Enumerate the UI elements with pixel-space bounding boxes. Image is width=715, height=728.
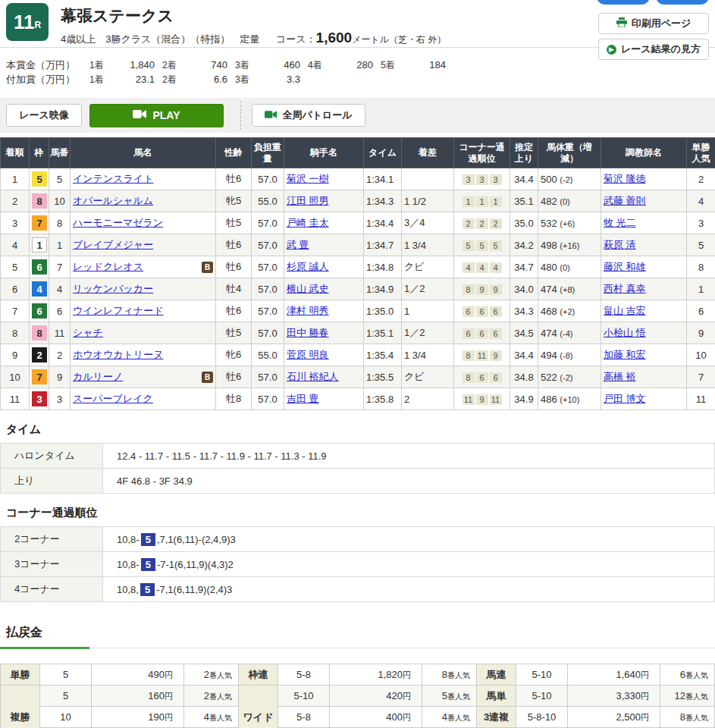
- corner-position-box: 11: [476, 350, 488, 361]
- column-header: 着順: [1, 138, 30, 168]
- horse-name-link[interactable]: オパールシャルム: [73, 194, 153, 208]
- frame-cell: 6: [30, 256, 49, 278]
- result-guide-label: レース結果の見方: [621, 42, 701, 56]
- jockey-link[interactable]: 津村 明秀: [287, 305, 329, 316]
- race-results-table: 着順枠馬番馬名性齢負担重量騎手名タイム着差コーナー通過順位推定上り馬体重（増減）…: [0, 137, 715, 410]
- payout-amount: 2,500円: [568, 707, 660, 728]
- horse-weight: 474 (-4): [538, 322, 601, 344]
- bet-combination: 10: [40, 707, 92, 728]
- patrol-camera-icon: [265, 110, 277, 121]
- course-label: コース：: [276, 33, 316, 45]
- jockey-cell: 横山 武史: [284, 278, 364, 300]
- course-suffix: メートル（芝・右 外）: [352, 34, 446, 45]
- horse-weight: 482 (0): [538, 190, 601, 212]
- trainer-link[interactable]: 萩原 清: [604, 239, 636, 250]
- horse-weight: 522 (-2): [538, 366, 601, 388]
- jockey-cell: 武 豊: [284, 234, 364, 256]
- lap-time-table: ハロンタイム12.4 - 11.7 - 11.5 - 11.7 - 11.9 -…: [0, 443, 715, 494]
- jockey-link[interactable]: 菊沢 一樹: [287, 173, 329, 184]
- top-blue-button-right[interactable]: [656, 0, 709, 5]
- jockey-link[interactable]: 横山 武史: [287, 283, 329, 294]
- column-header: コーナー通過順位: [454, 138, 510, 168]
- trainer-link[interactable]: 戸田 博文: [604, 393, 646, 404]
- margin: [402, 168, 454, 190]
- trainer-cell: 藤沢 和雄: [601, 256, 687, 278]
- trainer-cell: 戸田 博文: [601, 388, 687, 410]
- blinkers-badge: B: [202, 372, 213, 383]
- patrol-video-button[interactable]: 全周パトロール: [252, 104, 365, 127]
- horse-weight-diff: (+16): [560, 241, 579, 250]
- trainer-link[interactable]: 高橋 裕: [604, 371, 636, 382]
- jockey-link[interactable]: 戸崎 圭太: [287, 217, 329, 228]
- payout-amount: 1,640円: [568, 664, 660, 686]
- corner-position-box: 1: [463, 196, 475, 207]
- prize-amount: 1,840: [115, 59, 155, 71]
- trainer-link[interactable]: 小桧山 悟: [604, 327, 646, 338]
- trainer-link[interactable]: 西村 真幸: [604, 283, 646, 294]
- corner-positions: 111: [454, 190, 510, 212]
- horse-name-link[interactable]: インテンスライト: [73, 172, 153, 186]
- sex-age: 牝5: [216, 190, 252, 212]
- frame-number-box: 3: [32, 391, 47, 406]
- payout-popularity: 12番人気: [660, 686, 715, 707]
- horse-name-link[interactable]: リッケンバッカー: [73, 282, 153, 296]
- jockey-link[interactable]: 武 豊: [287, 239, 309, 250]
- horse-number: 3: [49, 388, 71, 410]
- time-row-value: 4F 46.8 - 3F 34.9: [103, 469, 715, 494]
- corner-row: 2コーナー10,8-5,7,1(6,11)-(2,4,9)3: [1, 527, 715, 552]
- last-3f: 34.3: [510, 300, 538, 322]
- trainer-link[interactable]: 牧 光二: [604, 217, 636, 228]
- table-row: 378ハーモニーマゼラン牡557.0戸崎 圭太1:34.43／422235.05…: [1, 212, 715, 234]
- finish-position: 11: [1, 388, 30, 410]
- horse-number: 4: [49, 278, 71, 300]
- corner-position-box: 6: [490, 372, 502, 383]
- horse-number: 9: [49, 366, 71, 388]
- corner-position-box: 5: [463, 240, 475, 251]
- trainer-link[interactable]: 加藤 和宏: [604, 349, 646, 360]
- popularity-suffix: 番人気: [685, 692, 708, 701]
- course-distance: 1,600: [316, 30, 353, 46]
- popularity-suffix: 番人気: [447, 714, 470, 722]
- horse-name-link[interactable]: シャチ: [73, 326, 103, 340]
- column-header: 性齢: [216, 138, 252, 168]
- jockey-link[interactable]: 菅原 明良: [287, 349, 329, 360]
- popularity-suffix: 番人気: [447, 692, 470, 701]
- horse-name-link[interactable]: ブレイブメジャー: [73, 238, 153, 252]
- jockey-link[interactable]: 石川 裕紀人: [287, 371, 339, 382]
- sex-age: 牡4: [216, 278, 252, 300]
- horse-name-link[interactable]: ハーモニーマゼラン: [73, 216, 163, 230]
- jockey-link[interactable]: 田中 勝春: [287, 327, 329, 338]
- bet-type-label: ワイド: [239, 686, 278, 728]
- play-button[interactable]: PLAY: [89, 104, 224, 127]
- horse-name-link[interactable]: カルリーノ: [73, 370, 123, 384]
- trainer-cell: 加藤 和宏: [601, 344, 687, 366]
- horse-name-link[interactable]: ウインレフィナード: [73, 304, 163, 318]
- jockey-link[interactable]: 杉原 誠人: [287, 261, 329, 272]
- race-video-button[interactable]: レース映像: [6, 104, 82, 127]
- trainer-link[interactable]: 畠山 吉宏: [604, 305, 646, 316]
- horse-name-link[interactable]: レッドクレオス: [73, 260, 143, 274]
- horse-weight-diff: (+6): [560, 219, 575, 228]
- jockey-link[interactable]: 吉田 豊: [287, 393, 319, 404]
- trainer-link[interactable]: 菊沢 隆徳: [604, 173, 646, 184]
- bet-combination: 5-8: [278, 707, 330, 728]
- frame-number-box: 7: [32, 369, 47, 384]
- table-row: 2810オパールシャルム牝555.0江田 照男1:34.31 1/211135.…: [1, 190, 715, 212]
- horse-number: 1: [49, 234, 71, 256]
- result-guide-button[interactable]: ▶ レース結果の見方: [598, 39, 709, 60]
- horse-name-link[interactable]: スーパーブレイク: [73, 392, 153, 406]
- top-blue-button-left[interactable]: [597, 0, 650, 5]
- trainer-link[interactable]: 藤沢 和雄: [604, 261, 646, 272]
- trainer-link[interactable]: 武藤 善則: [604, 195, 646, 206]
- horse-weight-diff: (0): [560, 263, 569, 272]
- payout-table: 単勝5490円2番人気枠連5-81,820円8番人気馬連5-101,640円6番…: [0, 664, 715, 728]
- payout-amount: 490円: [92, 664, 184, 686]
- horse-name-link[interactable]: ホウオウカトリーヌ: [73, 348, 163, 362]
- bet-type-label: 馬単: [477, 686, 516, 707]
- jockey-link[interactable]: 江田 照男: [287, 195, 329, 206]
- bet-combination: 5-10: [516, 664, 568, 686]
- finish-time: 1:35.0: [364, 300, 402, 322]
- payout-row: 10190円4番人気5-8400円4番人気3連複5-8-102,500円8番人気: [1, 707, 715, 728]
- blinkers-badge: B: [202, 262, 213, 273]
- print-page-button[interactable]: 印刷用ページ: [598, 13, 709, 34]
